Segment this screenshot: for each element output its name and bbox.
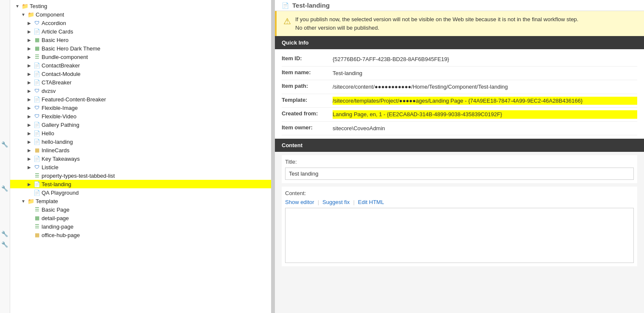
lines-icon-basic-page: ☰ <box>34 206 40 213</box>
label-inline-cards: InlineCards <box>42 147 70 154</box>
tree-item-flexible-video[interactable]: 🛡 Flexible-Video <box>10 112 271 120</box>
tree-item-accordion[interactable]: 🛡 Accordion <box>10 19 271 27</box>
content-label: Content: <box>285 190 634 196</box>
grid-icon-detail-page: ▦ <box>34 215 40 221</box>
suggest-fix-link[interactable]: Suggest fix <box>322 199 350 205</box>
toggle-contact-breaker[interactable] <box>26 62 32 68</box>
side-icon-2: 🔧 <box>1 185 8 192</box>
folder-icon-contact-breaker: 📄 <box>34 62 40 69</box>
folder-icon-template: 📁 <box>28 198 34 204</box>
toggle-hello[interactable] <box>26 130 32 136</box>
item-owner-label: Item owner: <box>282 124 333 131</box>
tree-item-contact-breaker[interactable]: 📄 ContactBreaker <box>10 61 271 70</box>
label-featured-content-breaker: Featured-Content-Breaker <box>42 96 106 103</box>
tree-item-dvzsv[interactable]: 🛡 dvzsv <box>10 87 271 95</box>
folder-icon-gallery-pathing: 📄 <box>34 121 40 128</box>
toggle-featured-content-breaker[interactable] <box>26 96 32 102</box>
shield-icon-listicle: 🛡 <box>34 164 40 170</box>
item-owner-value: sitecore\CoveoAdmin <box>333 124 637 133</box>
item-id-value: {52776B6D-7AFF-423B-BD28-8AF6B945FE19} <box>333 55 637 64</box>
folder-icon-hello-landing: 📄 <box>34 138 40 145</box>
item-path-label: Item path: <box>282 83 333 89</box>
tree-item-bundle-component[interactable]: ☰ Bundle-component <box>10 53 271 61</box>
toggle-hello-landing[interactable] <box>26 139 32 145</box>
shield-icon-accordion: 🛡 <box>34 20 40 26</box>
info-row-item-id: Item ID: {52776B6D-7AFF-423B-BD28-8AF6B9… <box>282 53 637 67</box>
toggle-listicle[interactable] <box>26 164 32 170</box>
toggle-bundle-component[interactable] <box>26 54 32 60</box>
title-value[interactable]: Test landing <box>285 168 634 180</box>
tree-item-test-landing[interactable]: 📄 Test-landing <box>10 180 271 188</box>
label-landing-page: landing-page <box>42 224 73 230</box>
info-row-item-name: Item name: Test-landing <box>282 67 637 81</box>
side-icon-4: 🔧 <box>1 241 8 248</box>
folder-icon-component: 📁 <box>28 11 34 18</box>
tree-item-basic-page[interactable]: ☰ Basic Page <box>10 205 271 214</box>
toggle-dvzsv[interactable] <box>26 88 32 94</box>
tree-item-cta-breaker[interactable]: 📄 CTABreaker <box>10 78 271 87</box>
folder-icon-featured-content-breaker: 📄 <box>34 96 40 103</box>
content-header: Content <box>275 139 644 152</box>
label-component: Component <box>36 11 64 18</box>
page-title: Test-landing <box>292 2 330 9</box>
tree-item-component[interactable]: 📁 Component <box>10 10 271 19</box>
label-dvzsv: dvzsv <box>42 88 56 94</box>
tree-item-listicle[interactable]: 🛡 Listicle <box>10 163 271 171</box>
label-gallery-pathing: Gallery Pathing <box>42 122 79 128</box>
tree-item-article-cards[interactable]: 📄 Article Cards <box>10 27 271 36</box>
tree-item-hello-landing[interactable]: 📄 hello-landing <box>10 137 271 146</box>
tree-item-inline-cards[interactable]: ▦ InlineCards <box>10 146 271 154</box>
toggle-flexible-image[interactable] <box>26 105 32 111</box>
toggle-key-takeaways[interactable] <box>26 156 32 162</box>
content-editor-area[interactable] <box>285 208 634 263</box>
label-listicle: Listicle <box>42 164 59 170</box>
toggle-cta-breaker[interactable] <box>26 79 32 85</box>
panel-divider <box>272 0 275 313</box>
show-editor-link[interactable]: Show editor <box>285 199 314 205</box>
tree-item-landing-page[interactable]: ☰ landing-page <box>10 222 271 231</box>
tree-item-key-takeaways[interactable]: 📄 Key Takeaways <box>10 154 271 163</box>
toggle-template[interactable] <box>20 198 26 204</box>
toggle-test-landing[interactable] <box>26 181 32 187</box>
toggle-basic-hero-dark-theme[interactable] <box>26 45 32 51</box>
toggle-contact-module[interactable] <box>26 71 32 77</box>
tree-item-template[interactable]: 📁 Template <box>10 197 271 205</box>
tree-item-basic-hero[interactable]: ▦ Basic Hero <box>10 36 271 44</box>
side-icon-1: 🔧 <box>1 141 8 148</box>
folder-icon-article-cards: 📄 <box>34 28 40 35</box>
label-testing: Testing <box>30 3 47 9</box>
tree-item-property-types[interactable]: ☰ property-types-test-tabbed-list <box>10 171 271 180</box>
tree-item-detail-page[interactable]: ▦ detail-page <box>10 214 271 222</box>
tree-item-hello[interactable]: 📄 Hello <box>10 129 271 137</box>
tree-item-testing[interactable]: 📁 Testing <box>10 2 271 10</box>
toggle-basic-hero[interactable] <box>26 37 32 43</box>
toggle-inline-cards[interactable] <box>26 147 32 153</box>
toggle-testing[interactable] <box>14 3 20 9</box>
tree-item-contact-module[interactable]: 📄 Contact-Module <box>10 70 271 78</box>
tree-item-gallery-pathing[interactable]: 📄 Gallery Pathing <box>10 120 271 129</box>
label-office-hub-page: office-hub-page <box>42 232 80 238</box>
folder-icon-testing: 📁 <box>22 3 28 9</box>
toggle-article-cards[interactable] <box>26 28 32 34</box>
warning-banner: ⚠ If you publish now, the selected versi… <box>275 11 644 36</box>
title-field-block: Title: Test landing <box>282 155 637 183</box>
tree-item-basic-hero-dark-theme[interactable]: ▦ Basic Hero Dark Theme <box>10 44 271 53</box>
main-panel: 📄 Test-landing ⚠ If you publish now, the… <box>275 0 644 313</box>
quick-info-header: Quick Info <box>275 36 644 49</box>
item-path-value: /sitecore/content/●●●●●●●●●●●/Home/Testi… <box>333 83 637 91</box>
info-row-created-from: Created from: Landing Page, en, 1 - {EE2… <box>282 108 637 122</box>
label-hello-landing: hello-landing <box>42 139 73 145</box>
created-from-value: Landing Page, en, 1 - {EE2CA8AD-314B-489… <box>333 110 637 119</box>
edit-html-link[interactable]: Edit HTML <box>358 199 384 205</box>
toggle-gallery-pathing[interactable] <box>26 122 32 128</box>
lines-icon-landing-page: ☰ <box>34 223 40 230</box>
shield-icon-flexible-image: 🛡 <box>34 104 40 111</box>
tree-item-office-hub-page[interactable]: ▦ office-hub-page <box>10 231 271 239</box>
toggle-component[interactable] <box>20 11 26 17</box>
tree-item-featured-content-breaker[interactable]: 📄 Featured-Content-Breaker <box>10 95 271 103</box>
toggle-flexible-video[interactable] <box>26 113 32 119</box>
toggle-accordion[interactable] <box>26 20 32 26</box>
tree-item-flexible-image[interactable]: 🛡 Flexible-Image <box>10 103 271 112</box>
tree-item-qa-playground[interactable]: 📄 QA Playground <box>10 188 271 197</box>
warning-line1: If you publish now, the selected version… <box>295 15 578 24</box>
